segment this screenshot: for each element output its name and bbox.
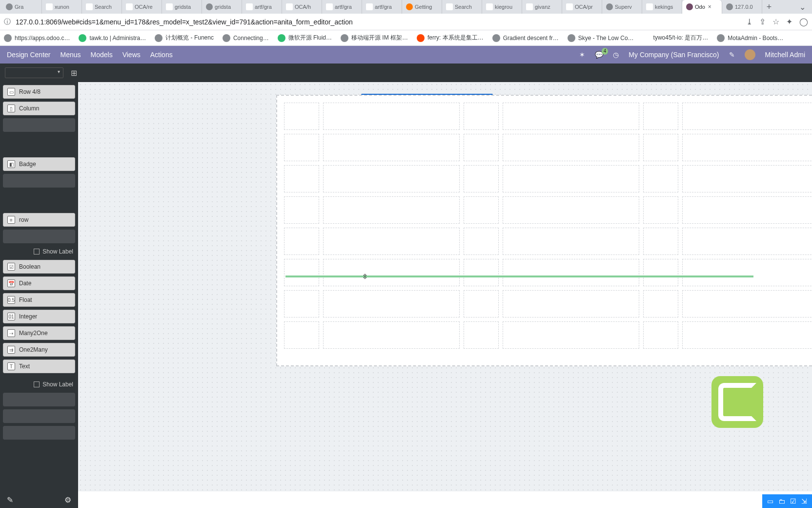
- value-cell[interactable]: [682, 259, 812, 286]
- company-switcher[interactable]: My Company (San Francisco): [629, 51, 719, 59]
- label-cell[interactable]: [284, 259, 319, 286]
- edit-icon[interactable]: ✎: [729, 51, 735, 59]
- label-cell[interactable]: [643, 196, 678, 224]
- browser-tab[interactable]: 127.0.0: [722, 0, 762, 14]
- gear-icon[interactable]: ⚙: [64, 495, 71, 505]
- value-cell[interactable]: [323, 196, 460, 224]
- grid-row[interactable]: [284, 165, 812, 192]
- label-cell[interactable]: [643, 259, 678, 286]
- folder-icon[interactable]: 🗀: [778, 497, 785, 505]
- site-info-icon[interactable]: ⓘ: [4, 18, 11, 26]
- bookmark-item[interactable]: Skye - The Low Co…: [568, 34, 634, 42]
- browser-tab[interactable]: xunon: [42, 0, 82, 14]
- new-tab-button[interactable]: +: [762, 0, 776, 14]
- value-cell[interactable]: [323, 165, 460, 192]
- palette-field-many2one[interactable]: ⇢Many2One: [3, 326, 75, 340]
- palette-field-date[interactable]: 📅Date: [3, 276, 75, 290]
- grid-row[interactable]: [284, 196, 812, 224]
- label-cell[interactable]: [464, 134, 499, 161]
- grid-row[interactable]: [284, 103, 812, 130]
- brush-icon[interactable]: ✎: [7, 495, 13, 505]
- browser-tab[interactable]: OCA/re: [122, 0, 162, 14]
- tab-list-chevron-icon[interactable]: ⌄: [794, 0, 810, 14]
- user-avatar[interactable]: [745, 49, 755, 60]
- label-cell[interactable]: [643, 134, 678, 161]
- browser-tab[interactable]: Search: [82, 0, 122, 14]
- label-cell[interactable]: [464, 321, 499, 349]
- bookmark-item[interactable]: tawk.to | Administra…: [79, 34, 146, 42]
- clock-icon[interactable]: ◷: [613, 51, 619, 59]
- value-cell[interactable]: [682, 134, 812, 161]
- design-canvas[interactable]: ▥ ▦ ▤ ▩ ↑ ✥ ⧉ 🗑 ⊗ ⑂: [78, 82, 812, 491]
- value-cell[interactable]: [682, 290, 812, 318]
- browser-tab[interactable]: Search: [442, 0, 482, 14]
- value-cell[interactable]: [503, 134, 639, 161]
- nav-models[interactable]: Models: [91, 51, 113, 59]
- bookmark-item[interactable]: https://apps.odoo.c…: [4, 34, 70, 42]
- nav-menus[interactable]: Menus: [61, 51, 81, 59]
- grid-row[interactable]: [284, 290, 812, 318]
- nav-views[interactable]: Views: [122, 51, 141, 59]
- palette-layout-row[interactable]: ≡ row: [3, 213, 75, 227]
- label-cell[interactable]: [284, 290, 319, 318]
- palette-field-one2many[interactable]: ⇉One2Many: [3, 343, 75, 357]
- bookmark-item[interactable]: Connecting…: [223, 34, 269, 42]
- value-cell[interactable]: [323, 103, 460, 130]
- value-cell[interactable]: [503, 228, 639, 255]
- label-cell[interactable]: [464, 228, 499, 255]
- palette-row[interactable]: ▭ Row 4/8: [3, 85, 75, 99]
- bookmark-star-icon[interactable]: ☆: [772, 17, 779, 26]
- browser-tab[interactable]: Odo×: [682, 0, 722, 14]
- extensions-icon[interactable]: ✦: [786, 17, 792, 26]
- value-cell[interactable]: [682, 196, 812, 224]
- value-cell[interactable]: [503, 103, 639, 130]
- label-cell[interactable]: [284, 103, 319, 130]
- browser-tab[interactable]: gridsta: [162, 0, 202, 14]
- user-name[interactable]: Mitchell Admi: [765, 51, 805, 59]
- value-cell[interactable]: [503, 165, 639, 192]
- browser-tab[interactable]: artf/gra: [242, 0, 282, 14]
- label-cell[interactable]: [643, 321, 678, 349]
- browser-tab[interactable]: artf/gra: [322, 0, 362, 14]
- close-tab-icon[interactable]: ×: [708, 3, 711, 10]
- value-cell[interactable]: [323, 134, 460, 161]
- browser-tab[interactable]: kekings: [642, 0, 682, 14]
- check-icon[interactable]: ☑: [790, 497, 796, 505]
- element-dropdown[interactable]: [5, 67, 63, 78]
- profile-icon[interactable]: ◯: [799, 17, 808, 26]
- messages-icon[interactable]: 💬: [595, 51, 603, 59]
- label-cell[interactable]: [464, 259, 499, 286]
- nav-actions[interactable]: Actions: [150, 51, 173, 59]
- value-cell[interactable]: [503, 321, 639, 349]
- browser-tab[interactable]: kiegrou: [482, 0, 522, 14]
- star-icon[interactable]: ✶: [579, 51, 585, 59]
- label-cell[interactable]: [284, 196, 319, 224]
- label-cell[interactable]: [643, 290, 678, 318]
- url-input[interactable]: [16, 18, 741, 26]
- form-frame[interactable]: [276, 95, 812, 366]
- browser-tab[interactable]: OCA/h: [282, 0, 322, 14]
- label-cell[interactable]: [643, 103, 678, 130]
- value-cell[interactable]: [323, 259, 460, 286]
- share-icon[interactable]: ⇪: [759, 17, 766, 26]
- label-cell[interactable]: [464, 103, 499, 130]
- value-cell[interactable]: [503, 290, 639, 318]
- browser-tab[interactable]: OCA/pr: [562, 0, 602, 14]
- show-label-toggle[interactable]: Show Label: [3, 379, 75, 390]
- value-cell[interactable]: [682, 103, 812, 130]
- bookmark-item[interactable]: ferry: 本系统是集工…: [417, 34, 484, 42]
- bookmark-item[interactable]: MotaAdmin - Boots…: [717, 34, 783, 42]
- grid-row[interactable]: [284, 228, 812, 255]
- label-cell[interactable]: [643, 165, 678, 192]
- browser-tab[interactable]: artf/gra: [362, 0, 402, 14]
- nav-design-center[interactable]: Design Center: [7, 51, 51, 59]
- value-cell[interactable]: [323, 290, 460, 318]
- value-cell[interactable]: [682, 321, 812, 349]
- value-cell[interactable]: [323, 228, 460, 255]
- export-icon[interactable]: ⇲: [801, 497, 807, 505]
- browser-tab[interactable]: Gra: [2, 0, 42, 14]
- value-cell[interactable]: [682, 228, 812, 255]
- browser-tab[interactable]: Superv: [602, 0, 642, 14]
- palette-field-boolean[interactable]: ☑Boolean: [3, 260, 75, 274]
- browser-tab[interactable]: Getting: [402, 0, 442, 14]
